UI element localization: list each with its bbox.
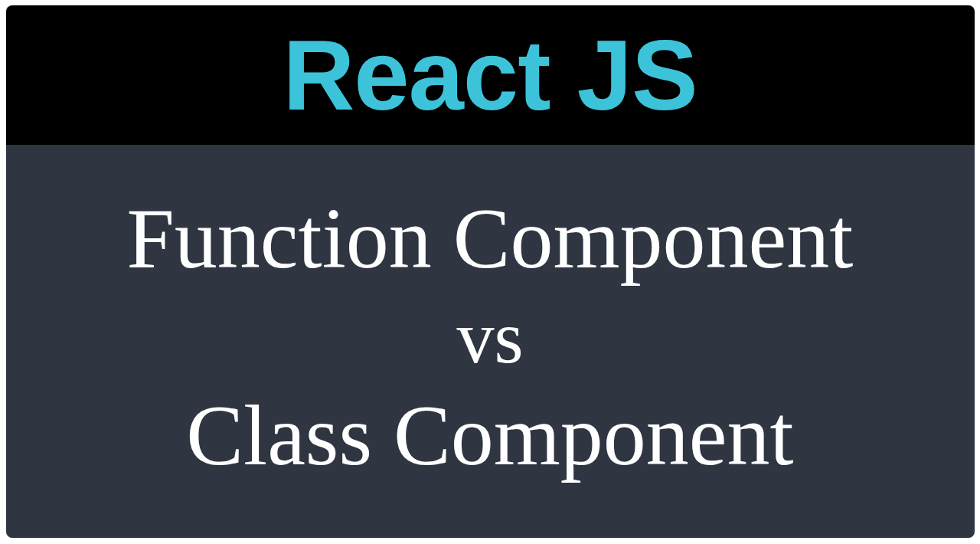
body-panel: Function Component vs Class Component xyxy=(6,145,975,538)
slide-card: React JS Function Component vs Class Com… xyxy=(6,5,975,538)
body-line-3: Class Component xyxy=(186,391,793,481)
header-title: React JS xyxy=(283,25,697,125)
body-line-1: Function Component xyxy=(127,194,854,284)
body-line-vs: vs xyxy=(456,298,523,377)
header-panel: React JS xyxy=(6,5,975,145)
